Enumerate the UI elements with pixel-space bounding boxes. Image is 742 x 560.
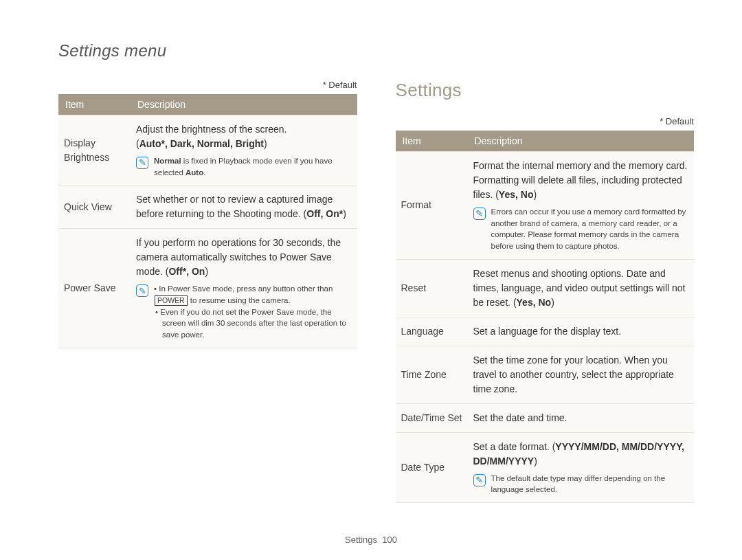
- table-row: Format Format the internal memory and th…: [396, 152, 695, 260]
- row-item: Power Save: [58, 229, 131, 348]
- default-note-left: * Default: [58, 80, 357, 90]
- note-icon: ✎: [473, 208, 486, 220]
- table-row: Quick View Set whether or not to review …: [58, 186, 357, 229]
- row-item: Quick View: [58, 186, 131, 229]
- table-row: Language Set a language for the display …: [396, 317, 695, 346]
- table-row: Display Brightness Adjust the brightness…: [58, 115, 357, 186]
- power-key: POWER: [155, 295, 188, 306]
- settings-table-right: Item Description Format Format the inter…: [396, 131, 695, 503]
- note-icon: ✎: [473, 474, 486, 486]
- table-row: Reset Reset menus and shooting options. …: [396, 259, 695, 317]
- row-desc: Reset menus and shooting options. Date a…: [468, 259, 695, 317]
- row-item: Date/Time Set: [396, 403, 468, 432]
- row-desc: Set a language for the display text.: [468, 317, 695, 346]
- note-text: Normal is fixed in Playback mode even if…: [154, 155, 352, 178]
- left-column: * Default Item Description Display Brigh…: [58, 80, 357, 503]
- note-text: The default date type may differ dependi…: [491, 473, 689, 495]
- note-bullet: Even if you do not set the Power Save mo…: [161, 306, 352, 341]
- row-desc: Set a date format. (YYYY/MM/DD, MM/DD/YY…: [468, 432, 695, 502]
- page-footer: Settings 100: [0, 535, 742, 545]
- row-desc: Set the time zone for your location. Whe…: [468, 346, 695, 403]
- row-item: Language: [396, 317, 468, 346]
- table-row: Date/Time Set Set the date and time.: [396, 403, 695, 432]
- settings-table-left: Item Description Display Brightness Adju…: [58, 94, 357, 348]
- row-desc: If you perform no operations for 30 seco…: [131, 229, 357, 348]
- desc-text: Adjust the brightness of the screen.: [136, 124, 286, 135]
- table-header-description: Description: [468, 131, 695, 152]
- table-header-description: Description: [131, 94, 357, 115]
- table-row: Time Zone Set the time zone for your loc…: [396, 346, 695, 403]
- table-header-item: Item: [58, 94, 131, 115]
- row-desc: Adjust the brightness of the screen. (Au…: [131, 115, 357, 186]
- table-row: Power Save If you perform no operations …: [58, 229, 357, 348]
- row-item: Reset: [396, 259, 468, 317]
- row-item: Date Type: [396, 432, 468, 502]
- row-item: Display Brightness: [58, 115, 131, 186]
- note-icon: ✎: [136, 284, 148, 297]
- row-desc: Set the date and time.: [468, 403, 695, 432]
- section-heading: Settings: [396, 80, 695, 101]
- table-row: Date Type Set a date format. (YYYY/MM/DD…: [396, 432, 695, 502]
- note-text: Errors can occur if you use a memory car…: [491, 206, 689, 252]
- row-desc: Set whether or not to review a captured …: [131, 186, 357, 229]
- row-item: Time Zone: [396, 346, 468, 403]
- row-desc: Format the internal memory and the memor…: [468, 152, 695, 260]
- right-column: Settings * Default Item Description Form…: [396, 80, 695, 503]
- table-header-item: Item: [396, 131, 468, 152]
- page-title: Settings menu: [58, 41, 694, 60]
- row-item: Format: [396, 152, 468, 260]
- note-text: • In Power Save mode, press any button o…: [154, 283, 352, 306]
- note-icon: ✎: [136, 157, 148, 169]
- default-note-right: * Default: [396, 116, 695, 126]
